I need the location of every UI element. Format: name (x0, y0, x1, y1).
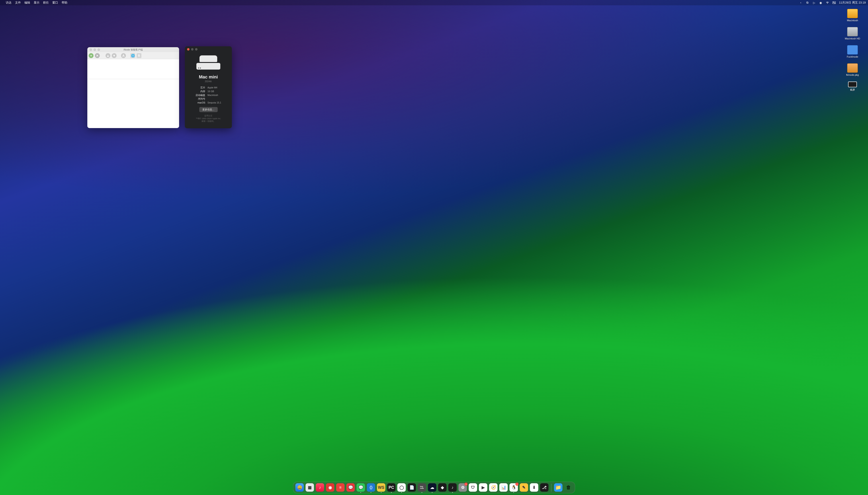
dock-separator (551, 484, 551, 492)
about-footer: 监管认证 ™和© 1983–2024 Apple Inc. 保留一切权利。 (196, 114, 221, 123)
desktop-icon-fkinode-pkg[interactable]: fkInode.pkg (841, 63, 864, 76)
close-icon[interactable] (187, 48, 189, 51)
menu-item-window[interactable]: 窗口 (52, 1, 58, 5)
dock-app-todesk[interactable]: ▶ (479, 483, 488, 492)
dock-app-qq[interactable]: 🐧1 (510, 483, 518, 492)
chevron-left-icon[interactable]: ‹ (799, 1, 803, 4)
svg-rect-1 (833, 3, 836, 4)
about-spec-key: 内存 (195, 90, 205, 93)
menu-datetime[interactable]: 11月29日 周五 23:19 (839, 1, 866, 5)
menu-item-file[interactable]: 文件 (15, 1, 21, 5)
dock-app-vscode[interactable]: ⟨⟩ (367, 483, 375, 492)
globe-icon[interactable]: 🌐 (130, 53, 135, 58)
about-spec-value (207, 98, 221, 101)
dock-app-downloads-alt[interactable]: ⬇ (530, 483, 539, 492)
dock-app-webstorm[interactable]: WS (377, 483, 386, 492)
wifi-icon[interactable] (826, 1, 829, 4)
dock-app-finder[interactable]: 😀 (295, 483, 304, 492)
mac-mini-illustration (197, 55, 220, 70)
menu-item-help[interactable]: 帮助 (62, 1, 67, 5)
arrow-up-icon[interactable]: ▲ (105, 53, 110, 58)
dock-app-shield[interactable]: 🛡 (469, 483, 477, 492)
desktop-icon-macintosh-hd[interactable]: Macintosh HD (841, 27, 864, 40)
dock-app-wechat[interactable]: 💬 (357, 483, 365, 492)
dock-app-notes-dark[interactable]: 📄 (408, 483, 416, 492)
disk-internal-icon (847, 27, 858, 36)
dock-app-settings[interactable]: ⚙1 (459, 483, 467, 492)
inode-upper-pane[interactable] (87, 59, 179, 79)
zoom-icon[interactable] (195, 48, 198, 51)
upload-icon[interactable]: ⬆ (137, 53, 141, 58)
about-spec-key: macOS (195, 101, 205, 104)
inode-lower-pane[interactable] (87, 79, 179, 128)
about-model-year: 2024年 (205, 80, 212, 83)
more-info-button[interactable]: 更多信息… (199, 107, 218, 112)
control-center-icon[interactable] (832, 1, 836, 4)
running-indicator-icon (422, 492, 422, 493)
about-model-name: Mac mini (199, 74, 218, 80)
desktop-icon-screenshot[interactable]: 截屏 (841, 82, 864, 91)
dock-app-chrome[interactable]: ◯ (397, 483, 406, 492)
dock-app-tiktok[interactable]: ♪ (448, 483, 457, 492)
screen-mirror-icon[interactable]: ⧉ (806, 1, 809, 4)
badge: 1 (464, 483, 468, 486)
inode-toolbar: + ✕ ▲ ▼ A 🌐 ⬆ (87, 52, 179, 59)
desktop-icon-label: FuckInode (847, 55, 858, 58)
screenshot-icon (848, 82, 857, 87)
dock-app-stats[interactable]: 📊 (499, 483, 508, 492)
about-copyright: ™和© 1983–2024 Apple Inc. (196, 117, 221, 120)
about-spec-value: Apple M4 (207, 86, 221, 89)
desktop-icon-fuckinode[interactable]: FuckInode (841, 45, 864, 58)
menu-item-edit[interactable]: 编辑 (24, 1, 30, 5)
about-rights: 保留一切权利。 (196, 120, 221, 123)
dock-trash[interactable]: 🗑 (564, 483, 573, 492)
dock-app-xiaohongshu[interactable]: ≡ (336, 483, 345, 492)
dock-app-launchpad[interactable]: ▦ (306, 483, 314, 492)
minimize-icon[interactable] (191, 48, 193, 51)
running-indicator-icon (401, 492, 402, 493)
running-indicator-icon (381, 492, 381, 493)
apply-button[interactable]: A (121, 53, 126, 58)
dock-app-tools-yellow[interactable]: ✎ (520, 483, 528, 492)
inode-window: iNode 智能客户端 + ✕ ▲ ▼ A 🌐 ⬆ (87, 47, 179, 128)
desktop-icons: Macintosh Macintosh HD FuckInode fkInode… (841, 9, 864, 91)
dock: 😀▦♪◉≡💬💬⟨⟩WSPC◯📄hey note☁◆♪⚙1🛡▶🧭📊🐧1✎⬇⎇📁🗑 (293, 482, 575, 493)
dock-app-apple-music[interactable]: ♪ (316, 483, 324, 492)
running-indicator-icon (432, 492, 432, 493)
running-indicator-icon (371, 492, 371, 493)
camera-icon[interactable]: ◉ (819, 1, 822, 4)
menu-item-view[interactable]: 显示 (34, 1, 39, 5)
svg-rect-0 (833, 2, 836, 2)
add-button[interactable]: + (89, 53, 93, 58)
dock-app-git-fork[interactable]: ⎇ (540, 483, 549, 492)
desktop-icon-label: Macintosh HD (845, 37, 860, 40)
desktop-icon-macintosh-ext[interactable]: Macintosh (841, 9, 864, 22)
dock-app-safari[interactable]: 🧭 (489, 483, 498, 492)
play-circle-icon[interactable]: ▷ (812, 1, 816, 4)
dock-app-heynote[interactable]: hey note (418, 483, 426, 492)
menu-app-name[interactable]: 访达 (6, 1, 12, 5)
dock-app-pycharm[interactable]: PC (387, 483, 396, 492)
dock-app-netease-music[interactable]: ◉ (326, 483, 335, 492)
about-spec-key: 序列号 (195, 98, 205, 101)
dock-app-termius[interactable]: ☁ (428, 483, 437, 492)
about-this-mac-window: Mac mini 2024年 芯片 Apple M4 内存 16 GB 启动磁盘… (185, 46, 232, 128)
running-indicator-icon (513, 492, 514, 493)
desktop-icon-label: fkInode.pkg (846, 73, 859, 76)
package-icon (847, 63, 858, 73)
about-spec-value: Sequoia 15.1 (207, 101, 221, 104)
about-spec-key: 芯片 (195, 86, 205, 89)
dock-app-binance[interactable]: ◆ (438, 483, 447, 492)
about-spec-value: 16 GB (207, 90, 221, 93)
inode-titlebar[interactable]: iNode 智能客户端 (87, 47, 179, 52)
about-spec-key: 启动磁盘 (195, 94, 205, 97)
svg-point-3 (835, 3, 835, 3)
inode-title: iNode 智能客户端 (87, 48, 179, 51)
cancel-button[interactable]: ✕ (95, 53, 100, 58)
menu-item-go[interactable]: 前往 (43, 1, 49, 5)
about-regulatory[interactable]: 监管认证 (196, 114, 221, 117)
dock-app-chat-bubble[interactable]: 💬 (346, 483, 355, 492)
dock-downloads-folder[interactable]: 📁 (554, 483, 563, 492)
arrow-down-icon[interactable]: ▼ (112, 53, 117, 58)
running-indicator-icon (360, 492, 361, 493)
